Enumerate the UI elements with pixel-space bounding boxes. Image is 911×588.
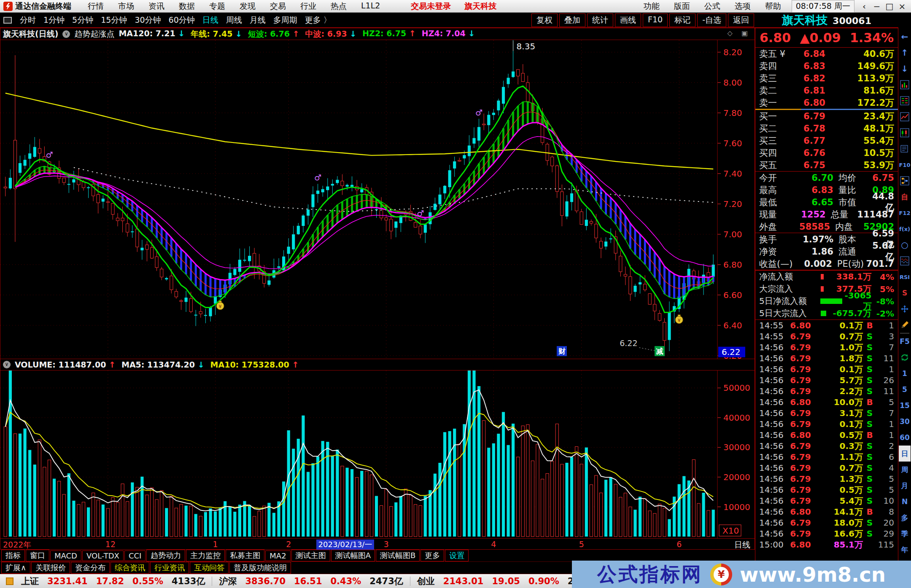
menu-item[interactable]: 公式 — [697, 1, 728, 12]
pencil-icon[interactable] — [899, 317, 911, 333]
tick-trade-row[interactable]: 14:566.790.7万S4 — [755, 462, 898, 473]
ask-row[interactable]: 卖三6.82113.9万 — [755, 72, 898, 84]
back-arrow-icon[interactable]: ← — [899, 29, 911, 45]
tick-trade-row[interactable]: 14:566.7918.0万S20 — [755, 517, 898, 528]
scroll-down-icon[interactable]: ↓ — [899, 61, 911, 77]
tick-trade-row[interactable]: 14:566.791.8万S11 — [755, 353, 898, 364]
bottom-tab[interactable]: 窗口 — [26, 550, 49, 561]
tick-trade-row[interactable]: 14:566.790.1万S1 — [755, 419, 898, 430]
tick-list[interactable]: 14:556.800.1万B114:556.790.7万S314:566.791… — [755, 320, 898, 574]
bottom-tab[interactable]: MACD — [50, 550, 81, 561]
wave-icon[interactable] — [899, 253, 911, 269]
move-icon[interactable] — [899, 301, 911, 317]
bottom-tab[interactable]: 互动问答 — [190, 562, 229, 574]
period-multi-button[interactable]: 多 — [899, 510, 911, 526]
tick-trade-row[interactable]: 14:566.7916.6万S29 — [755, 528, 898, 539]
tick-trade-row[interactable]: 14:556.790.7万S3 — [755, 331, 898, 342]
list-icon[interactable] — [899, 93, 911, 109]
tick-trade-row[interactable]: 14:566.795.4万S10 — [755, 495, 898, 506]
news-icon[interactable] — [899, 141, 911, 157]
volume-chart-pane[interactable]: 5000040000300002000010000X10 — [0, 370, 755, 539]
ask-row[interactable]: 卖四6.83149.6万 — [755, 60, 898, 72]
period-n-button[interactable]: N — [899, 494, 911, 510]
period-tab[interactable]: 更多 〉 — [301, 15, 335, 26]
bottom-tab[interactable]: 私募主图 — [226, 550, 264, 561]
bid-row[interactable]: 买三6.7755.4万 — [755, 134, 898, 147]
collapse-icon[interactable]: ∨ — [62, 30, 70, 38]
bottom-tab[interactable]: 测试幅图B — [376, 550, 420, 561]
period-tab[interactable]: 多周期 — [270, 15, 301, 26]
sort-button[interactable]: S — [899, 285, 911, 301]
tick-trade-row[interactable]: 14:566.800.5万B1 — [755, 430, 898, 440]
back-icon[interactable]: ‹ — [858, 1, 871, 11]
period-tab[interactable]: 15分钟 — [97, 15, 131, 26]
scroll-up-icon[interactable]: ↑ — [899, 45, 911, 61]
toolbar-button[interactable]: 标记 — [669, 13, 695, 27]
zixuan-button[interactable]: 自 — [899, 189, 911, 205]
menubar-alert[interactable]: 旗天科技 — [458, 1, 503, 12]
menu-item[interactable]: 行业 — [293, 1, 323, 12]
indicator-name[interactable]: 趋势起涨点 — [74, 29, 114, 40]
layout-icon[interactable] — [3, 17, 12, 24]
chart-corner-icons[interactable]: ◇ ▣ — [727, 29, 751, 37]
refresh-icon[interactable] — [899, 349, 911, 365]
tick-trade-row[interactable]: 14:566.8010.0万B5 — [755, 397, 898, 408]
collapse-icon-volume[interactable]: ∨ — [3, 361, 11, 368]
restore-icon[interactable]: □ — [883, 1, 896, 11]
relation-icon[interactable] — [899, 173, 911, 189]
period-tab[interactable]: 分时 — [16, 15, 40, 26]
menu-item[interactable]: 功能 — [636, 1, 667, 12]
bottom-tab[interactable]: 趋势动力 — [146, 550, 185, 561]
toolbar-button[interactable]: 复权 — [531, 13, 558, 27]
period-quarter-button[interactable]: 季 — [899, 526, 911, 542]
volume-chart[interactable]: 5000040000300002000010000X10 — [0, 371, 755, 538]
bottom-tab[interactable]: 设置 — [445, 550, 469, 561]
menu-item[interactable]: 数据 — [172, 1, 202, 12]
toolbar-button[interactable]: 画线 — [615, 13, 641, 27]
f5-button[interactable]: F5 — [899, 333, 911, 349]
toolbar-button[interactable]: 叠加 — [559, 13, 585, 27]
menu-item[interactable]: 专题 — [202, 1, 232, 12]
bid-row[interactable]: 买一6.7923.4万 — [755, 110, 898, 122]
menu-item[interactable]: 发现 — [232, 1, 263, 12]
period-week-button[interactable]: 周 — [899, 462, 911, 478]
candlestick-chart[interactable]: 8.208.007.807.607.407.207.006.806.606.40… — [0, 40, 755, 359]
bottom-tab[interactable]: 普及版功能说明 — [229, 562, 291, 574]
period-tab[interactable]: 日线 — [199, 15, 222, 26]
menu-item[interactable]: L1L2 — [354, 1, 387, 12]
menu-item[interactable]: 帮助 — [758, 1, 788, 12]
period-tab[interactable]: 月线 — [246, 15, 270, 26]
bid-row[interactable]: 买五6.7553.9万 — [755, 159, 898, 171]
bottom-tab[interactable]: 行业资讯 — [150, 562, 189, 574]
bottom-tab[interactable]: 测试幅图A — [331, 550, 375, 561]
tick-trade-row[interactable]: 14:566.790.3万S2 — [755, 440, 898, 451]
bottom-tab[interactable]: MA2 — [265, 550, 290, 561]
bottom-tab[interactable]: 关联报价 — [31, 562, 70, 574]
main-price-chart[interactable]: 8.208.007.807.607.407.207.006.806.606.40… — [0, 40, 755, 359]
menu-item[interactable]: 交易 — [263, 1, 293, 12]
close-icon[interactable]: × — [896, 1, 908, 11]
menu-item[interactable]: 热点 — [323, 1, 354, 12]
bid-row[interactable]: 买二6.7848.1万 — [755, 122, 898, 134]
period-1-button[interactable]: 1 — [899, 365, 911, 381]
bottom-tab[interactable]: 主力监控 — [186, 550, 225, 561]
menu-item[interactable]: 市场 — [111, 1, 141, 12]
ask-row[interactable]: 卖一6.80172.2万 — [755, 97, 898, 109]
period-year-button[interactable]: 年 — [899, 542, 911, 558]
bottom-tab[interactable]: 扩展∧ — [1, 562, 30, 574]
tick-trade-row[interactable]: 14:566.795.7万S26 — [755, 375, 898, 386]
period-60-button[interactable]: 60 — [899, 430, 911, 446]
bottom-tab[interactable]: 指标 — [1, 550, 25, 561]
period-month-button[interactable]: 月 — [899, 478, 911, 494]
period-5-button[interactable]: 5 — [899, 381, 911, 397]
toolbar-button[interactable]: 返回 — [728, 13, 754, 27]
report-icon[interactable] — [899, 77, 911, 93]
tick-trade-row[interactable]: 14:566.791.1万S6 — [755, 451, 898, 462]
tick-trade-row[interactable]: 14:566.791.3万S5 — [755, 473, 898, 484]
period-15-button[interactable]: 15 — [899, 397, 911, 413]
toolbar-button[interactable]: 统计 — [587, 13, 613, 27]
period-30-button[interactable]: 30 — [899, 413, 911, 430]
bottom-tab[interactable]: 更多 — [420, 550, 444, 561]
status-icon[interactable] — [6, 577, 13, 585]
period-tab[interactable]: 60分钟 — [165, 15, 199, 26]
